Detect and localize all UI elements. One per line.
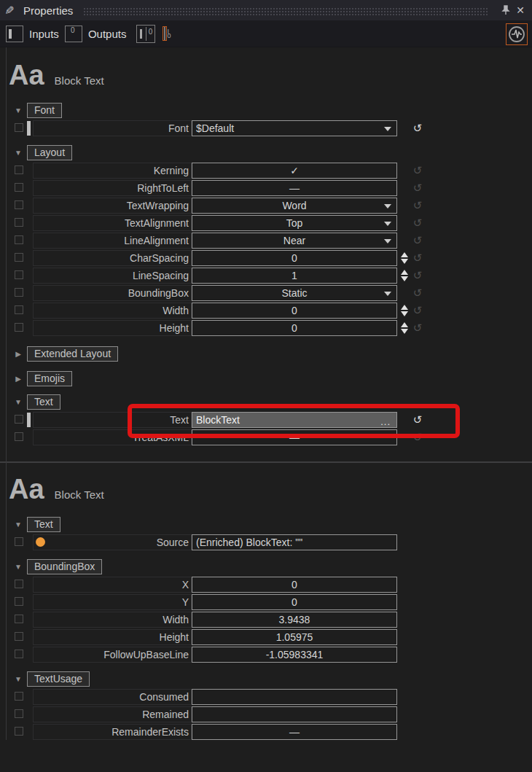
spinner-up-icon[interactable]	[401, 322, 408, 327]
property-value-field[interactable]: — ...	[192, 724, 397, 740]
reset-icon[interactable]: ↺	[411, 180, 424, 196]
property-value-field[interactable]: 1 ...	[192, 268, 397, 284]
section-header-button[interactable]: Extended Layout	[27, 346, 118, 362]
spinner-down-icon[interactable]	[401, 329, 408, 334]
property-value-field[interactable]: 0 ...	[192, 303, 397, 319]
collapse-arrow-icon[interactable]: ▶	[13, 350, 23, 358]
drag-texture[interactable]	[83, 7, 488, 15]
pin-checkbox[interactable]	[15, 597, 23, 606]
collapse-arrow-icon[interactable]: ▼	[13, 675, 23, 683]
dropdown-caret-icon[interactable]	[384, 127, 391, 131]
dropdown-caret-icon[interactable]	[384, 222, 391, 226]
value-spinner[interactable]	[400, 251, 409, 265]
value-spinner[interactable]	[400, 303, 409, 318]
reset-icon[interactable]: ↺	[411, 198, 424, 214]
pin-checkbox[interactable]	[15, 253, 23, 262]
value-spinner[interactable]	[400, 268, 409, 283]
property-value-field[interactable]: BlockText ...	[192, 412, 397, 428]
property-value-field[interactable]: Near ...	[192, 233, 397, 249]
property-value-field[interactable]: Word ...	[192, 198, 397, 214]
section-header-button[interactable]: Text	[27, 517, 60, 532]
dropdown-caret-icon[interactable]	[384, 292, 391, 296]
pin-checkbox[interactable]	[15, 709, 23, 718]
collapse-arrow-icon[interactable]: ▼	[13, 398, 23, 406]
property-value-field[interactable]: -1.05983341 ...	[192, 647, 397, 663]
reset-icon[interactable]: ↺	[411, 215, 424, 231]
pin-checkbox[interactable]	[15, 537, 23, 546]
pin-checkbox[interactable]	[15, 632, 23, 641]
pin-checkbox[interactable]	[15, 218, 23, 227]
collapse-arrow-icon[interactable]: ▼	[13, 149, 23, 157]
property-value-field[interactable]: 3.9438 ...	[192, 612, 397, 628]
pin-icon[interactable]	[498, 4, 513, 17]
section-header-button[interactable]: Text	[27, 394, 60, 410]
reset-icon[interactable]: ↺	[411, 320, 424, 336]
property-value-field[interactable]: 0 ...	[192, 594, 397, 610]
collapse-arrow-icon[interactable]: ▼	[13, 520, 23, 529]
pin-checkbox[interactable]	[15, 692, 23, 701]
property-value-field[interactable]: Top ...	[192, 215, 397, 231]
spinner-up-icon[interactable]	[401, 270, 408, 275]
property-value-field[interactable]: ...	[192, 689, 397, 705]
pin-checkbox[interactable]	[15, 288, 23, 297]
reset-icon[interactable]: ↺	[411, 412, 424, 428]
pin-checkbox[interactable]	[15, 270, 23, 279]
pin-checkbox[interactable]	[15, 305, 23, 314]
spinner-up-icon[interactable]	[401, 305, 408, 310]
property-value-field[interactable]: $Default ...	[192, 120, 397, 136]
collapse-arrow-icon[interactable]: ▶	[13, 375, 23, 383]
tab-outputs[interactable]: 0 Outputs	[65, 26, 127, 42]
property-value-field[interactable]: 0 ...	[192, 250, 397, 266]
pin-checkbox[interactable]	[15, 727, 23, 736]
ellipsis-button[interactable]: ...	[380, 418, 391, 426]
pin-checkbox[interactable]	[15, 165, 23, 174]
reset-icon[interactable]: ↺	[411, 163, 424, 179]
spinner-up-icon[interactable]	[401, 252, 408, 257]
dropdown-caret-icon[interactable]	[384, 239, 391, 243]
pin-checkbox[interactable]	[15, 580, 23, 588]
pin-handle[interactable]	[27, 121, 31, 136]
section-header-button[interactable]: Layout	[27, 145, 72, 160]
pin-checkbox[interactable]	[15, 415, 23, 424]
pin-handle[interactable]	[27, 413, 31, 427]
section-header-button[interactable]: Emojis	[27, 371, 72, 386]
tab-inputs[interactable]: Inputs	[6, 26, 59, 42]
property-value-field[interactable]: Static ...	[192, 285, 397, 301]
spinner-down-icon[interactable]	[401, 311, 408, 316]
stacked-layout-icon[interactable]: I0	[164, 27, 165, 40]
property-value-field[interactable]: (Enriched) BlockText: "" ...	[192, 534, 397, 550]
dropdown-caret-icon[interactable]	[384, 204, 391, 208]
section-header-button[interactable]: TextUsage	[27, 671, 90, 687]
property-value-field[interactable]: 0 ...	[192, 320, 397, 336]
property-value-field[interactable]: ✓ ...	[192, 163, 397, 179]
reset-icon[interactable]: ↺	[411, 250, 424, 266]
pin-checkbox[interactable]	[15, 200, 23, 209]
reset-icon[interactable]: ↺	[411, 120, 424, 136]
titlebar[interactable]: ✎ Properties ✕	[0, 0, 532, 20]
close-icon[interactable]: ✕	[513, 4, 528, 17]
pin-checkbox[interactable]	[15, 615, 23, 623]
pin-checkbox[interactable]	[15, 432, 23, 441]
side-by-side-layout-icon[interactable]: 0	[136, 25, 155, 43]
collapse-arrow-icon[interactable]: ▼	[13, 106, 23, 114]
section-header-button[interactable]: Font	[27, 103, 62, 118]
reset-icon[interactable]: ↺	[411, 285, 424, 301]
section-header-button[interactable]: BoundingBox	[27, 559, 102, 574]
value-spinner[interactable]	[400, 321, 409, 335]
property-value-field[interactable]: — ...	[192, 429, 397, 445]
pin-checkbox[interactable]	[15, 323, 23, 332]
pin-checkbox[interactable]	[15, 183, 23, 192]
spinner-down-icon[interactable]	[401, 276, 408, 281]
reset-icon[interactable]: ↺	[411, 429, 424, 445]
pin-checkbox[interactable]	[15, 123, 23, 132]
property-value-field[interactable]: ...	[192, 706, 397, 722]
reset-icon[interactable]: ↺	[411, 233, 424, 249]
spinner-down-icon[interactable]	[401, 259, 408, 264]
reset-icon[interactable]: ↺	[411, 303, 424, 319]
property-value-field[interactable]: — ...	[192, 180, 397, 196]
pin-checkbox[interactable]	[15, 650, 23, 658]
collapse-arrow-icon[interactable]: ▼	[13, 563, 23, 571]
property-value-field[interactable]: 0 ...	[192, 577, 397, 593]
reset-icon[interactable]: ↺	[411, 268, 424, 284]
waveform-icon[interactable]	[507, 25, 526, 44]
